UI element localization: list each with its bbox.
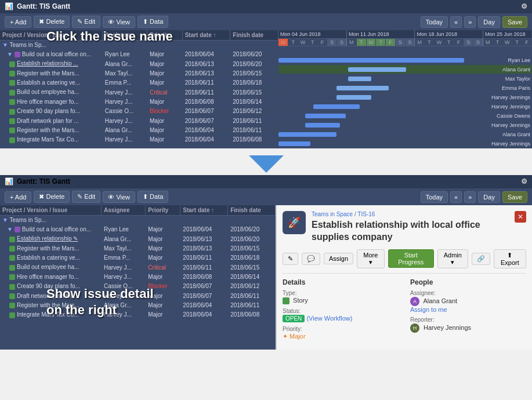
table-row: Register with the Mars... Alana Gr...Maj… bbox=[0, 300, 276, 310]
panel-title-top: Gantt: TIS Gantt bbox=[17, 2, 70, 10]
issue-detail-header: 🚀 Teams in Space / TIS-16 Establish rela… bbox=[283, 211, 526, 243]
day-col: T bbox=[376, 39, 386, 46]
prev-button-top[interactable]: « bbox=[450, 16, 462, 28]
gantt-chart-top: Mon 04 Jun 2018 Mon 11 Jun 2018 Mon 18 J… bbox=[278, 30, 532, 148]
day-col: S bbox=[405, 39, 415, 46]
gantt-row bbox=[278, 46, 532, 56]
day-col: T bbox=[425, 39, 435, 46]
col-priority-bottom: Priority bbox=[146, 205, 180, 216]
type-label: Type: bbox=[283, 290, 399, 296]
next-button-bottom[interactable]: » bbox=[464, 191, 476, 203]
action-bar: ✎ 💬 Assign More ▾ Start Progress Admin ▾… bbox=[283, 249, 526, 274]
arrow-down-icon bbox=[249, 155, 284, 173]
day-col: F bbox=[454, 39, 464, 46]
week-header-2: Mon 11 Jun 2018 bbox=[346, 30, 414, 39]
action-comment-button[interactable]: 💬 bbox=[302, 253, 320, 265]
table-row: ▼ Teams in Sp... bbox=[0, 216, 276, 225]
day-col: T bbox=[493, 39, 502, 46]
issue-detail-panel: 🚀 Teams in Space / TIS-16 Establish rela… bbox=[276, 205, 532, 350]
add-button-bottom[interactable]: + Add bbox=[5, 191, 31, 203]
action-admin-button[interactable]: Admin ▾ bbox=[437, 249, 468, 268]
day-col: M bbox=[483, 39, 493, 46]
delete-button-bottom[interactable]: ✖ Delete bbox=[34, 191, 70, 203]
save-button-bottom[interactable]: Save bbox=[502, 191, 527, 203]
week-header-1: Mon 04 Jun 2018 bbox=[278, 30, 346, 39]
action-link-button[interactable]: 🔗 bbox=[472, 253, 490, 265]
gear-icon-top[interactable]: ⚙ bbox=[521, 2, 527, 10]
table-row: Hire office manager fo... Harvey J...Maj… bbox=[0, 272, 276, 281]
details-section-title: Details bbox=[283, 278, 399, 286]
type-value: Story bbox=[283, 297, 399, 304]
action-more-button[interactable]: More ▾ bbox=[357, 249, 385, 268]
gantt-row: Harvey Jennings bbox=[278, 139, 532, 148]
delete-button-top[interactable]: ✖ Delete bbox=[34, 16, 70, 28]
left-table-bottom: Project / Version / Issue Assignee Prior… bbox=[0, 205, 276, 350]
day-col: M bbox=[278, 39, 288, 46]
edit-button-top[interactable]: ✎ Edit bbox=[72, 16, 100, 28]
click-instruction-label: Click the issue name bbox=[46, 29, 173, 44]
action-edit-button[interactable]: ✎ bbox=[283, 253, 298, 265]
detail-col-left: Details Type: Story Status: OPEN (View W… bbox=[283, 278, 399, 344]
left-table-top: Project / Version / Issue Assignee Prior… bbox=[0, 30, 278, 148]
table-row: Establish a catering ve... Emma P...Majo… bbox=[0, 253, 276, 263]
table-row: Create 90 day plans fo... Cassie O...Blo… bbox=[0, 282, 276, 291]
add-button-top[interactable]: + Add bbox=[5, 16, 31, 28]
gantt-row: Emma Paris bbox=[278, 83, 532, 93]
priority-value: ✦ Major bbox=[283, 333, 399, 340]
day-col: M bbox=[346, 39, 356, 46]
data-button-top[interactable]: ⬆ Data bbox=[137, 16, 168, 28]
gantt-icon: 📊 bbox=[5, 2, 13, 10]
week-header-3: Mon 18 Jun 2018 bbox=[415, 30, 483, 39]
action-assign-button[interactable]: Assign bbox=[324, 253, 353, 264]
table-row: Establish a catering ve... Emma P...Majo… bbox=[0, 78, 278, 88]
table-row-highlighted: Establish relationship ... Alana Gr...Ma… bbox=[0, 59, 278, 68]
day-col: F bbox=[522, 39, 532, 46]
next-button-top[interactable]: » bbox=[464, 16, 476, 28]
col-finish-bottom: Finish date bbox=[228, 205, 276, 216]
today-button-top[interactable]: Today bbox=[421, 16, 448, 28]
assign-to-me-link[interactable]: Assign to me bbox=[410, 306, 447, 313]
day-col: T bbox=[512, 39, 522, 46]
detail-type-row: Type: Story bbox=[283, 290, 399, 304]
action-start-button[interactable]: Start Progress bbox=[388, 249, 434, 268]
save-button-top[interactable]: Save bbox=[502, 16, 527, 28]
panel-header-top: 📊 Gantt: TIS Gantt ⚙ bbox=[0, 0, 532, 13]
gear-icon-bottom[interactable]: ⚙ bbox=[521, 177, 527, 186]
view-workflow-link[interactable]: (View Workflow) bbox=[306, 315, 352, 322]
day-col: S bbox=[464, 39, 473, 46]
main-table-area-top: Project / Version / Issue Assignee Prior… bbox=[0, 30, 532, 148]
reporter-value: H Harvey Jennings bbox=[410, 323, 526, 333]
assignee-label: Assignee: bbox=[410, 290, 526, 296]
status-badge: OPEN bbox=[283, 315, 305, 322]
priority-icon: ✦ bbox=[283, 333, 289, 340]
day-col: S bbox=[395, 39, 405, 46]
col-assignee-bottom: Assignee bbox=[102, 205, 146, 216]
project-avatar: 🚀 bbox=[283, 211, 306, 234]
week-header-4: Mon 25 Jun 2018 bbox=[483, 30, 531, 39]
table-row: Draft network plan for ... Harvey J...Ma… bbox=[0, 291, 276, 300]
breadcrumb-project[interactable]: Teams in Space bbox=[312, 211, 353, 217]
data-button-bottom[interactable]: ⬆ Data bbox=[137, 191, 168, 203]
day-col: F bbox=[386, 39, 396, 46]
gantt-icon-bottom: 📊 bbox=[5, 177, 13, 186]
day-button-top[interactable]: Day bbox=[478, 16, 500, 28]
table-row: ▼ Build out a local office on... Ryan Le… bbox=[0, 50, 278, 59]
prev-button-bottom[interactable]: « bbox=[450, 191, 462, 203]
table-row: Build out employee ha... Harvey J...Crit… bbox=[0, 263, 276, 272]
view-button-bottom[interactable]: 👁 View bbox=[103, 191, 135, 203]
edit-button-bottom[interactable]: ✎ Edit bbox=[72, 191, 100, 203]
today-button-bottom[interactable]: Today bbox=[421, 191, 448, 203]
issue-title-area: Teams in Space / TIS-16 Establish relati… bbox=[312, 211, 509, 243]
action-export-button[interactable]: ⬆ Export bbox=[494, 249, 526, 268]
day-col: W bbox=[502, 39, 512, 46]
table-row: Create 90 day plans fo... Cassie O...Blo… bbox=[0, 107, 278, 116]
day-col: W bbox=[298, 39, 308, 46]
issue-close-button[interactable]: ✕ bbox=[515, 211, 526, 223]
view-button-top[interactable]: 👁 View bbox=[103, 16, 135, 28]
breadcrumb-issue[interactable]: TIS-16 bbox=[357, 211, 375, 217]
table-row: Build out employee ha... Harvey J...Crit… bbox=[0, 88, 278, 97]
table-row: Register with the Mars... Max Tayl...Maj… bbox=[0, 243, 276, 253]
status-label: Status: bbox=[283, 308, 399, 314]
day-col: T bbox=[288, 39, 298, 46]
day-button-bottom[interactable]: Day bbox=[478, 191, 500, 203]
